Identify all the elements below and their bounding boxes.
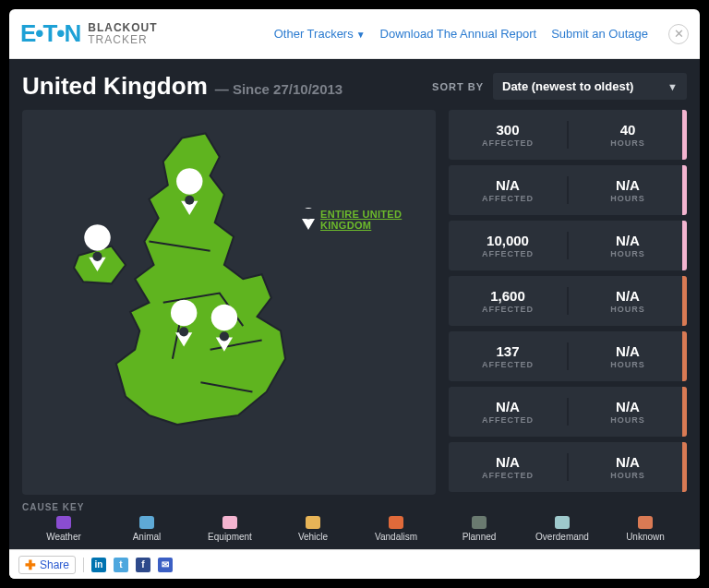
legend-swatch: [638, 516, 653, 529]
affected-col: 300AFFECTED: [449, 122, 567, 148]
legend-label: Vandalism: [375, 532, 417, 542]
svg-point-2: [179, 327, 188, 336]
hours-value: N/A: [569, 177, 687, 193]
map-marker-icon: [299, 208, 315, 232]
cause-legend: CAUSE KEY WeatherAnimalEquipmentVehicleV…: [22, 502, 687, 542]
legend-item: Weather: [22, 516, 105, 542]
hours-value: 40: [569, 122, 687, 138]
hours-label: HOURS: [569, 194, 687, 203]
entire-uk-link[interactable]: ENTIRE UNITED KINGDOM: [299, 208, 436, 232]
hours-col: N/AHOURS: [569, 233, 687, 258]
affected-label: AFFECTED: [449, 138, 567, 148]
close-button[interactable]: ✕: [668, 24, 689, 44]
legend-label: Animal: [133, 532, 162, 542]
outage-card[interactable]: N/AAFFECTEDN/AHOURS: [449, 442, 687, 492]
sort-value: Date (newest to oldest): [502, 79, 633, 93]
outage-card[interactable]: 1,600AFFECTEDN/AHOURS: [449, 276, 687, 326]
hours-col: N/AHOURS: [569, 343, 687, 369]
svg-point-0: [185, 196, 194, 205]
plus-icon: ✚: [25, 558, 36, 572]
linkedin-icon[interactable]: in: [91, 558, 106, 572]
hours-col: N/AHOURS: [569, 177, 687, 203]
content-row: ENTIRE UNITED KINGDOM 300AFFECTED40HOURS…: [22, 110, 687, 495]
affected-label: AFFECTED: [449, 360, 567, 369]
since-label: — Since 27/10/2013: [215, 81, 342, 97]
legend-item: Animal: [105, 516, 188, 542]
top-links: Other Trackers▼ Download The Annual Repo…: [274, 24, 689, 44]
svg-point-4: [306, 213, 312, 220]
legend-item: Vandalism: [354, 516, 438, 542]
affected-value: 300: [449, 122, 567, 138]
other-trackers-link[interactable]: Other Trackers▼: [274, 27, 366, 41]
map-panel: ENTIRE UNITED KINGDOM: [22, 110, 436, 495]
hours-col: 40HOURS: [569, 122, 687, 148]
affected-col: 10,000AFFECTED: [449, 233, 567, 258]
outage-card[interactable]: 300AFFECTED40HOURS: [449, 110, 687, 160]
download-report-link[interactable]: Download The Annual Report: [380, 27, 537, 41]
affected-col: N/AAFFECTED: [449, 177, 567, 203]
hours-label: HOURS: [569, 415, 687, 425]
outage-card[interactable]: N/AAFFECTEDN/AHOURS: [449, 387, 687, 437]
affected-label: AFFECTED: [449, 415, 567, 425]
affected-value: 1,600: [449, 288, 567, 304]
affected-value: 137: [449, 343, 567, 359]
brand-line2: TRACKER: [88, 34, 157, 46]
affected-col: 1,600AFFECTED: [449, 288, 567, 314]
legend-swatch: [306, 516, 320, 529]
facebook-icon[interactable]: f: [136, 558, 150, 572]
brand-text: BLACKOUT TRACKER: [88, 22, 157, 45]
legend-swatch: [222, 516, 237, 529]
affected-value: N/A: [449, 399, 567, 414]
affected-col: N/AAFFECTED: [449, 399, 567, 425]
share-bar: ✚ Share in t f ✉: [9, 549, 700, 579]
affected-value: N/A: [449, 454, 567, 470]
cause-bar: [682, 165, 687, 215]
header-row: United Kingdom — Since 27/10/2013 SORT B…: [22, 72, 687, 101]
hours-label: HOURS: [569, 360, 687, 369]
legend-label: Equipment: [208, 532, 252, 542]
outage-card[interactable]: 10,000AFFECTEDN/AHOURS: [449, 221, 687, 270]
brand-line1: BLACKOUT: [88, 22, 157, 34]
affected-label: AFFECTED: [449, 305, 567, 314]
hours-label: HOURS: [569, 249, 687, 258]
affected-col: 137AFFECTED: [449, 343, 567, 369]
legend-label: Vehicle: [298, 532, 328, 542]
affected-label: AFFECTED: [449, 249, 567, 258]
legend-item: Vehicle: [271, 516, 354, 542]
hours-value: N/A: [569, 454, 687, 470]
twitter-icon[interactable]: t: [114, 558, 128, 572]
affected-value: 10,000: [449, 233, 567, 248]
outage-card[interactable]: 137AFFECTEDN/AHOURS: [449, 331, 687, 381]
legend-swatch: [555, 516, 570, 529]
outage-card[interactable]: N/AAFFECTEDN/AHOURS: [449, 165, 687, 215]
page-title: United Kingdom: [22, 72, 208, 101]
brand-mark: E•T•N: [20, 19, 80, 48]
close-icon: ✕: [674, 27, 684, 41]
legend-swatch: [472, 516, 487, 529]
divider: [83, 558, 84, 572]
sort-by-label: SORT BY: [432, 81, 484, 92]
svg-point-1: [92, 252, 102, 261]
email-icon[interactable]: ✉: [158, 558, 173, 572]
hours-col: N/AHOURS: [569, 399, 687, 425]
affected-col: N/AAFFECTED: [449, 454, 567, 480]
legend-item: Unknown: [604, 516, 687, 542]
share-button[interactable]: ✚ Share: [18, 556, 76, 574]
cause-bar: [682, 387, 687, 437]
hours-label: HOURS: [569, 471, 687, 480]
cause-bar: [682, 331, 687, 381]
chevron-down-icon: ▼: [667, 81, 678, 92]
affected-label: AFFECTED: [449, 194, 567, 203]
uk-map: [22, 110, 436, 458]
sort-control: SORT BY Date (newest to oldest) ▼: [432, 73, 687, 100]
sort-dropdown[interactable]: Date (newest to oldest) ▼: [493, 73, 687, 100]
submit-outage-link[interactable]: Submit an Outage: [551, 27, 648, 41]
legend-label: Overdemand: [535, 532, 589, 542]
outage-list: 300AFFECTED40HOURSN/AAFFECTEDN/AHOURS10,…: [449, 110, 687, 495]
hours-value: N/A: [569, 343, 687, 359]
hours-col: N/AHOURS: [569, 288, 687, 314]
brand-logo: E•T•N BLACKOUT TRACKER: [20, 19, 158, 48]
legend-label: Weather: [46, 532, 81, 542]
cause-bar: [682, 110, 687, 160]
legend-row: WeatherAnimalEquipmentVehicleVandalismPl…: [22, 516, 687, 542]
